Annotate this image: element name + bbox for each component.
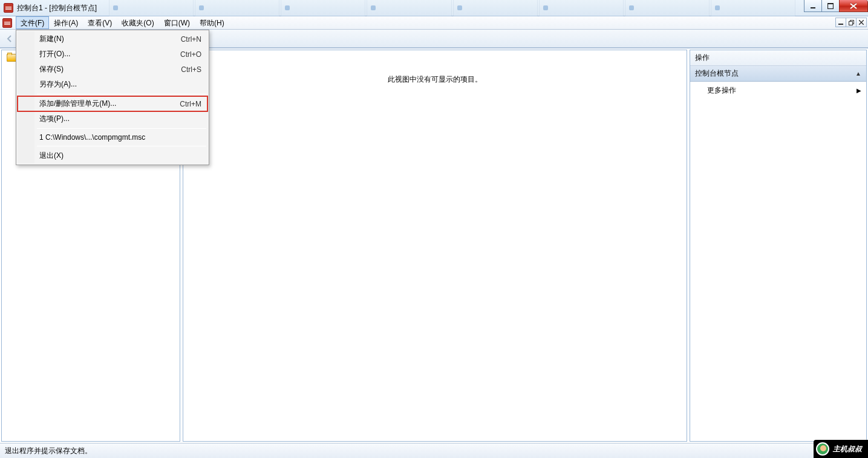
menu-item-open[interactable]: 打开(O)... Ctrl+O	[18, 47, 207, 62]
menu-item-label: 添加/删除管理单元(M)...	[39, 99, 116, 109]
actions-link-label: 更多操作	[707, 85, 736, 96]
menu-item-exit[interactable]: 退出(X)	[18, 148, 207, 163]
mdi-restore-button[interactable]	[846, 18, 857, 27]
menu-item-shortcut: Ctrl+O	[180, 50, 201, 59]
menu-item-add-remove-snapin[interactable]: 添加/删除管理单元(M)... Ctrl+M	[18, 96, 207, 111]
menu-separator	[37, 128, 206, 129]
minimize-icon	[838, 20, 843, 25]
file-menu-dropdown: 新建(N) Ctrl+N 打开(O)... Ctrl+O 保存(S) Ctrl+…	[16, 30, 209, 165]
menu-file[interactable]: 文件(F)	[16, 16, 49, 29]
arrow-left-icon	[5, 34, 15, 44]
watermark-badge: 主机叔叔	[814, 440, 868, 458]
menubar: 文件(F) 操作(A) 查看(V) 收藏夹(O) 窗口(W) 帮助(H)	[0, 16, 868, 30]
actions-pane-header: 操作	[690, 50, 866, 66]
svg-rect-2	[827, 3, 834, 4]
menu-item-label: 保存(S)	[39, 64, 64, 74]
actions-section-label: 控制台根节点	[695, 68, 739, 79]
menu-item-label: 1 C:\Windows\...\compmgmt.msc	[39, 133, 145, 142]
restore-icon	[849, 20, 854, 25]
menu-item-label: 新建(N)	[39, 34, 64, 44]
menu-help[interactable]: 帮助(H)	[195, 16, 229, 29]
menu-item-shortcut: Ctrl+S	[181, 65, 201, 74]
menu-item-label: 另存为(A)...	[39, 79, 77, 90]
actions-more-actions[interactable]: 更多操作 ▶	[690, 82, 866, 99]
menu-view[interactable]: 查看(V)	[83, 16, 117, 29]
mdi-controls	[835, 18, 867, 27]
menu-item-label: 打开(O)...	[39, 49, 70, 59]
watermark-avatar-icon	[816, 442, 829, 456]
actions-pane: 操作 控制台根节点 ▲ 更多操作 ▶	[690, 50, 867, 442]
menu-separator	[37, 146, 206, 146]
menu-separator	[37, 94, 206, 94]
statusbar-text: 退出程序并提示保存文档。	[5, 446, 92, 456]
minimize-icon	[810, 3, 816, 9]
menu-item-label: 选项(P)...	[39, 114, 70, 124]
menu-item-shortcut: Ctrl+M	[180, 100, 201, 108]
titlebar: 控制台1 - [控制台根节点]	[0, 0, 868, 16]
svg-rect-3	[838, 24, 843, 25]
tree-root-node[interactable]	[7, 54, 16, 62]
chevron-up-icon: ▲	[855, 70, 861, 77]
menu-item-label: 退出(X)	[39, 151, 64, 161]
menu-item-new[interactable]: 新建(N) Ctrl+N	[18, 31, 207, 47]
menu-action[interactable]: 操作(A)	[49, 16, 83, 29]
window-controls	[804, 0, 868, 12]
menu-item-shortcut: Ctrl+N	[181, 35, 201, 44]
menu-item-save[interactable]: 保存(S) Ctrl+S	[18, 62, 207, 77]
menu-favorites[interactable]: 收藏夹(O)	[117, 16, 158, 29]
actions-section-root[interactable]: 控制台根节点 ▲	[690, 66, 866, 82]
system-menu-icon[interactable]	[2, 18, 12, 28]
menu-item-saveas[interactable]: 另存为(A)...	[18, 77, 207, 92]
close-icon	[859, 20, 864, 25]
menu-window[interactable]: 窗口(W)	[159, 16, 195, 29]
menu-item-recent-1[interactable]: 1 C:\Windows\...\compmgmt.msc	[18, 131, 207, 144]
mdi-minimize-button[interactable]	[835, 18, 846, 27]
watermark-text: 主机叔叔	[833, 444, 862, 454]
close-button[interactable]	[839, 0, 868, 12]
svg-rect-0	[811, 7, 815, 8]
close-icon	[850, 3, 857, 9]
background-tabs-blur	[109, 0, 795, 16]
content-pane: 此视图中没有可显示的项目。	[183, 50, 687, 442]
window-title: 控制台1 - [控制台根节点]	[17, 3, 97, 13]
app-icon	[4, 3, 13, 13]
back-button[interactable]	[2, 31, 17, 46]
arrow-right-icon: ▶	[857, 87, 861, 94]
svg-rect-5	[849, 21, 852, 25]
minimize-button[interactable]	[804, 0, 822, 12]
mdi-close-button[interactable]	[856, 18, 867, 27]
empty-view-message: 此视图中没有可显示的项目。	[388, 74, 482, 85]
statusbar: 退出程序并提示保存文档。	[0, 443, 868, 458]
menu-item-options[interactable]: 选项(P)...	[18, 111, 207, 126]
maximize-button[interactable]	[821, 0, 840, 12]
folder-icon	[7, 54, 16, 62]
maximize-icon	[827, 3, 834, 9]
